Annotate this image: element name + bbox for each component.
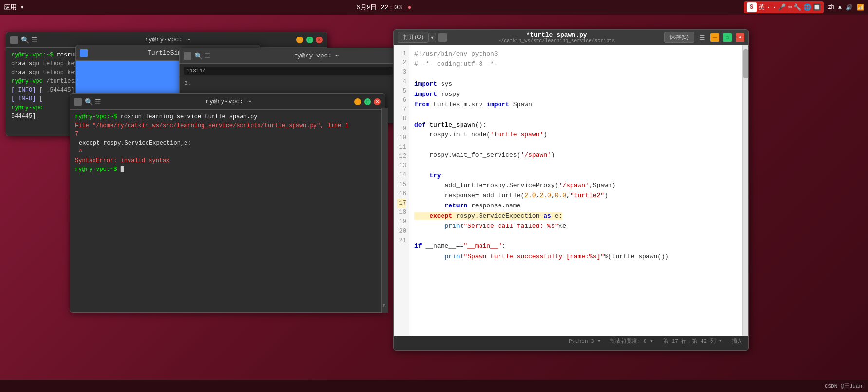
editor-title-block: *turtle_spawn.py ~/catkin_ws/src/learnin… <box>498 31 615 44</box>
editor-code-area[interactable]: 12345 678910 1112131415 1617 18192021 #!… <box>394 45 748 336</box>
fm-icon <box>184 52 191 60</box>
taskbar-bottom: CSDN @王duan <box>0 380 868 392</box>
terminal-window-2: 🔍 ☰ ry@ry-vpc: ~ — □ ✕ ry@ry-vpc:~$ rosr… <box>70 93 385 313</box>
terminal2-menu-btn[interactable]: ☰ <box>94 97 102 107</box>
editor-close[interactable]: ✕ <box>736 33 744 42</box>
terminal1-menu-btn[interactable]: ☰ <box>30 35 38 45</box>
fm-search-btn[interactable]: 🔍 <box>193 51 203 61</box>
code-editor-window: 打开(O) ▾ *turtle_spawn.py ~/catkin_ws/src… <box>393 29 749 351</box>
editor-titlebar-left: 打开(O) ▾ <box>398 32 449 43</box>
terminal2-titlebar-left: 🔍 ☰ <box>74 97 102 107</box>
fm-menu-btn[interactable]: ☰ <box>203 51 212 61</box>
editor-scrollbar[interactable] <box>742 45 748 336</box>
sougou-input-bar[interactable]: S 英 · · 🎤 ⌨ 🔧 🌐 🔲 <box>744 1 824 13</box>
term2-line3: 7 <box>75 130 380 139</box>
desktop: 🔍 ☰ ry@ry-vpc: ~ — □ ✕ ry@ry-vpc:~$ rosr… <box>0 15 868 380</box>
term2-line6: SyntaxError: invalid syntax <box>75 156 380 165</box>
fm-path: 11311/ <box>184 67 393 75</box>
turtlesim-icon <box>80 49 88 57</box>
taskbar-left: 应用 ▾ <box>4 3 24 12</box>
terminal2-scrollbar-area[interactable]: P <box>381 108 388 313</box>
editor-minimize[interactable]: — <box>710 33 719 42</box>
terminal1-search-btn[interactable]: 🔍 <box>20 35 30 45</box>
terminal2-minimize[interactable]: — <box>354 98 361 105</box>
term2-line5: ^ <box>75 148 380 156</box>
scrollbar-thumb[interactable] <box>743 49 748 78</box>
editor-save-btn[interactable]: 保存(S) <box>664 32 694 43</box>
code-content[interactable]: #!/usr/bin/env python3 # -*- coding:utf-… <box>409 45 742 336</box>
terminal1-title: ry@ry-vpc: ~ <box>38 36 296 43</box>
editor-titlebar: 打开(O) ▾ *turtle_spawn.py ~/catkin_ws/src… <box>394 30 748 45</box>
terminal2-titlebar: 🔍 ☰ ry@ry-vpc: ~ — □ ✕ <box>70 94 385 110</box>
terminal1-close[interactable]: ✕ <box>316 37 323 43</box>
bottom-credits: CSDN @王duan <box>825 382 862 390</box>
titlebar-left: 🔍 ☰ <box>10 35 38 45</box>
sougou-logo: S <box>747 2 757 12</box>
terminal1-controls: — □ ✕ <box>296 37 323 43</box>
term2-line4: except rospy.ServiceExpection,e: <box>75 139 380 148</box>
editor-controls: 保存(S) ☰ — □ ✕ <box>664 32 744 43</box>
terminal2-controls: — □ ✕ <box>354 98 381 105</box>
line-numbers: 12345 678910 1112131415 1617 18192021 <box>394 45 409 336</box>
statusbar-mode: 插入 <box>732 337 742 345</box>
term2-line2: File "/home/ry/catkin_ws/src/learning_se… <box>75 121 380 130</box>
terminal2-title: ry@ry-vpc: ~ <box>102 98 354 105</box>
scroll-label: P <box>383 304 385 309</box>
statusbar-tab[interactable]: 制表符宽度: 8 ▾ <box>610 337 653 345</box>
editor-subtitle: ~/catkin_ws/src/learning_service/scripts <box>498 38 615 44</box>
taskbar-right: S 英 · · 🎤 ⌨ 🔧 🌐 🔲 zh ▲ 🔊 📶 <box>744 1 864 13</box>
terminal1-minimize[interactable]: — <box>296 37 303 43</box>
datetime-display: 6月9日 22：03 ● <box>356 3 411 12</box>
terminal1-maximize[interactable]: □ <box>306 37 313 43</box>
editor-open-arrow[interactable]: ▾ <box>428 33 436 42</box>
terminal2-content[interactable]: ry@ry-vpc:~$ rosrun learning_service tur… <box>70 110 385 312</box>
turtlesim-titlebar-left <box>80 49 90 57</box>
fm-title: ry@ry-vpc: ~ <box>212 52 421 59</box>
terminal2-maximize[interactable]: □ <box>364 98 371 105</box>
taskbar-top: 应用 ▾ 6月9日 22：03 ● S 英 · · 🎤 ⌨ 🔧 🌐 🔲 zh ▲… <box>0 0 868 15</box>
statusbar-lang[interactable]: Python 3 ▾ <box>569 338 601 344</box>
editor-maximize[interactable]: □ <box>723 33 732 42</box>
term2-line1: ry@ry-vpc:~$ rosrun learning_service tur… <box>75 112 380 121</box>
terminal2-search-btn[interactable]: 🔍 <box>84 97 94 107</box>
editor-menu-btn[interactable]: ☰ <box>698 33 706 42</box>
editor-title: *turtle_spawn.py <box>526 31 587 38</box>
editor-icon <box>438 33 447 42</box>
terminal-icon <box>10 36 18 44</box>
term2-line7: ry@ry-vpc:~$ █ <box>75 165 380 174</box>
editor-statusbar: Python 3 ▾ 制表符宽度: 8 ▾ 第 17 行，第 42 列 ▾ 插入 <box>394 336 748 346</box>
statusbar-position[interactable]: 第 17 行，第 42 列 ▾ <box>663 337 722 345</box>
terminal2-close[interactable]: ✕ <box>374 98 381 105</box>
editor-open-btn[interactable]: 打开(O) <box>398 32 428 43</box>
fm-titlebar-left: 🔍 ☰ <box>184 51 212 61</box>
terminal2-icon <box>74 98 82 106</box>
app-menu[interactable]: 应用 ▾ <box>4 3 24 12</box>
